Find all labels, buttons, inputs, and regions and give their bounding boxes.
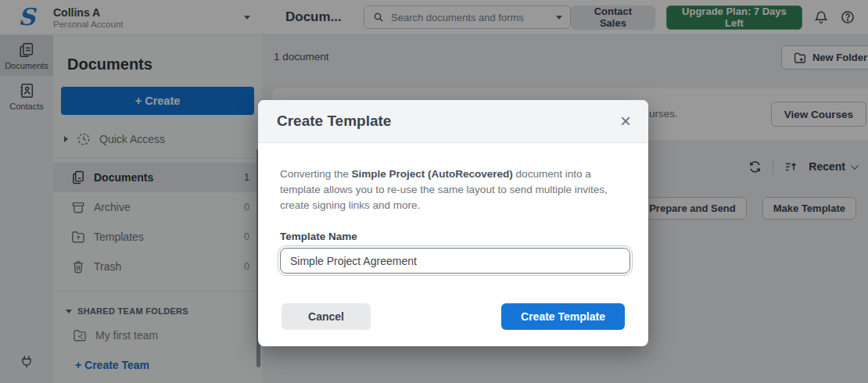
modal-header: Create Template × <box>258 100 648 143</box>
modal-title: Create Template <box>277 113 620 130</box>
close-icon[interactable]: × <box>620 112 631 131</box>
app-window: S Collins A Personal Account Docum... Co… <box>0 0 868 383</box>
template-name-input[interactable] <box>280 248 630 274</box>
cancel-button[interactable]: Cancel <box>282 303 371 330</box>
create-template-modal: Create Template × Converting the Simple … <box>258 100 648 346</box>
create-template-button[interactable]: Create Template <box>501 303 625 330</box>
template-name-label: Template Name <box>280 231 625 242</box>
document-name: Simple Project (AutoRecovered) <box>352 168 513 180</box>
modal-footer: Cancel Create Template <box>282 303 625 330</box>
modal-description: Converting the Simple Project (AutoRecov… <box>280 166 625 213</box>
modal-body: Converting the Simple Project (AutoRecov… <box>258 143 648 274</box>
